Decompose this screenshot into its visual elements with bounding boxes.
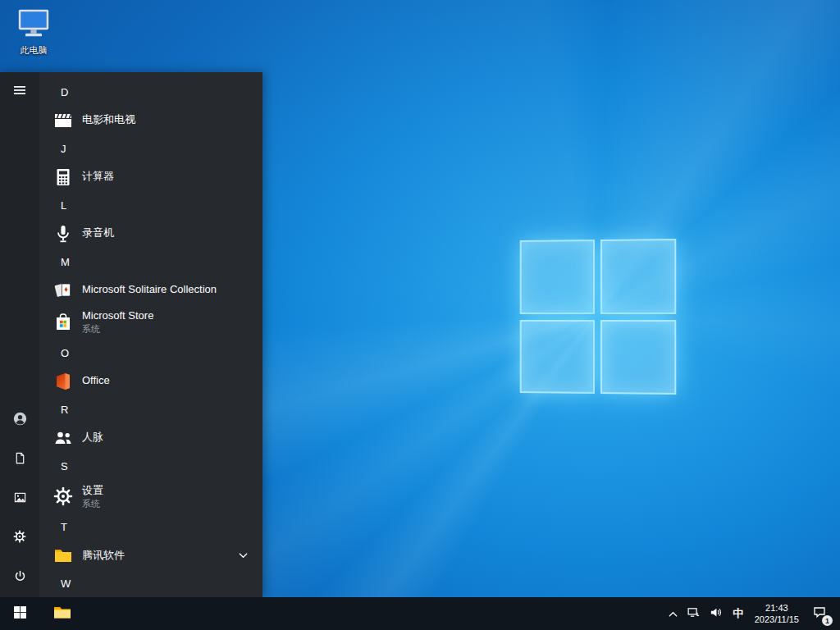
- start-menu: D 电影和电视 J 计算器 L 录音机 M: [0, 72, 262, 597]
- pictures-button[interactable]: [0, 479, 39, 518]
- hamburger-icon: [13, 84, 26, 100]
- solitaire-icon: [52, 280, 74, 301]
- voice-recorder-icon: [52, 223, 74, 244]
- app-group-letter-o[interactable]: O: [39, 340, 262, 367]
- app-label: 设置: [82, 484, 103, 498]
- app-label: 计算器: [82, 170, 114, 184]
- taskbar: 中 21:43 2023/11/15 1: [0, 597, 840, 630]
- volume-icon: [710, 606, 722, 622]
- app-item-voice-recorder[interactable]: 录音机: [39, 218, 262, 248]
- ime-indicator[interactable]: 中: [727, 597, 750, 630]
- app-group-letter-l[interactable]: L: [39, 192, 262, 219]
- app-item-office[interactable]: Office: [39, 367, 262, 396]
- settings-app-gear-icon: [52, 486, 74, 507]
- documents-icon: [14, 452, 26, 468]
- desktop: 此电脑: [0, 0, 840, 630]
- expand-menu-button[interactable]: [0, 72, 39, 112]
- taskbar-clock[interactable]: 21:43 2023/11/15: [750, 597, 804, 630]
- app-sublabel: 系统: [82, 498, 103, 509]
- app-label: 录音机: [82, 226, 114, 240]
- start-menu-rail: [0, 72, 39, 597]
- app-label: 腾讯软件: [82, 549, 125, 563]
- account-button[interactable]: [0, 400, 39, 440]
- clock-date: 2023/11/15: [755, 614, 799, 625]
- app-label: 电影和电视: [82, 113, 135, 127]
- logo-pane: [520, 240, 595, 314]
- app-item-solitaire[interactable]: Microsoft Solitaire Collection: [39, 275, 262, 304]
- app-item-settings[interactable]: 设置 系统: [39, 479, 262, 514]
- volume-button[interactable]: [705, 597, 727, 630]
- network-icon: [687, 606, 700, 622]
- app-label: Office: [82, 374, 110, 388]
- file-explorer-button[interactable]: [44, 597, 80, 630]
- people-icon: [52, 427, 74, 449]
- power-icon: [14, 570, 26, 586]
- action-center-button[interactable]: 1: [804, 597, 835, 630]
- start-menu-app-list: D 电影和电视 J 计算器 L 录音机 M: [39, 72, 262, 597]
- network-button[interactable]: [682, 597, 705, 630]
- notification-badge: 1: [822, 615, 833, 626]
- clock-time: 21:43: [765, 602, 788, 614]
- windows-wallpaper-logo: [520, 239, 677, 395]
- logo-pane: [520, 319, 595, 394]
- power-button[interactable]: [0, 558, 39, 597]
- app-label: Microsoft Solitaire Collection: [82, 283, 217, 297]
- app-sublabel: 系统: [82, 323, 153, 335]
- start-button[interactable]: [0, 597, 39, 630]
- file-explorer-icon: [52, 602, 72, 625]
- logo-pane: [600, 239, 676, 314]
- tray-overflow-button[interactable]: [664, 597, 682, 630]
- app-label: 人脉: [82, 431, 103, 445]
- app-group-letter-w[interactable]: W: [39, 571, 262, 597]
- app-item-calculator[interactable]: 计算器: [39, 162, 262, 192]
- system-tray: 中 21:43 2023/11/15 1: [664, 597, 840, 630]
- this-pc-icon: [16, 7, 52, 43]
- desktop-icon-label: 此电脑: [21, 44, 48, 57]
- app-group-letter-s[interactable]: S: [39, 453, 262, 480]
- app-group-letter-d[interactable]: D: [39, 79, 262, 106]
- app-group-letter-j[interactable]: J: [39, 135, 262, 162]
- windows-start-icon: [13, 605, 27, 623]
- app-item-people[interactable]: 人脉: [39, 422, 262, 452]
- rail-bottom-group: [0, 400, 39, 597]
- folder-icon: [52, 545, 74, 566]
- store-icon: [52, 312, 74, 333]
- calculator-icon: [52, 167, 74, 188]
- app-label: Microsoft Store: [82, 309, 153, 323]
- chevron-down-icon[interactable]: [239, 552, 248, 559]
- desktop-icon-this-pc[interactable]: 此电脑: [8, 7, 59, 57]
- movies-tv-icon: [52, 110, 74, 131]
- app-group-letter-t[interactable]: T: [39, 514, 262, 541]
- chevron-up-icon: [669, 606, 678, 621]
- logo-pane: [600, 320, 676, 395]
- app-item-microsoft-store[interactable]: Microsoft Store 系统: [39, 305, 262, 340]
- app-group-letter-m[interactable]: M: [39, 249, 262, 276]
- account-icon: [13, 412, 27, 429]
- office-icon: [52, 371, 74, 392]
- settings-gear-icon: [13, 530, 26, 546]
- documents-button[interactable]: [0, 440, 39, 479]
- app-group-letter-r[interactable]: R: [39, 396, 262, 423]
- app-item-movies-tv[interactable]: 电影和电视: [39, 106, 262, 135]
- app-item-tencent-folder[interactable]: 腾讯软件: [39, 541, 262, 570]
- settings-button[interactable]: [0, 518, 39, 558]
- pictures-icon: [14, 491, 26, 507]
